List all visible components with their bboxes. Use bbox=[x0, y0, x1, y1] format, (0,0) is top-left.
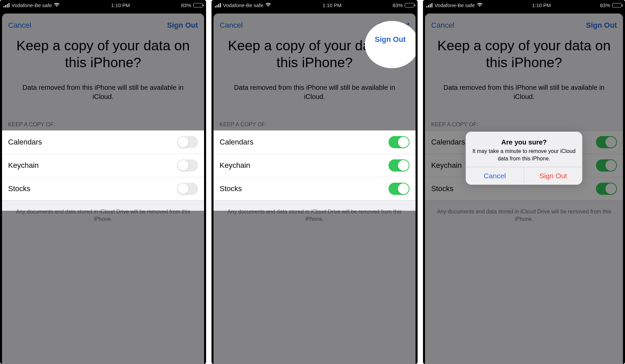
list-item-label: Calendars bbox=[8, 138, 42, 147]
list-item-label: Calendars bbox=[431, 138, 465, 147]
status-bar: Vodafone-Be safe 1:10 PM 83% bbox=[211, 0, 418, 10]
list-item-label: Stocks bbox=[8, 184, 30, 193]
screenshot-2: Vodafone-Be safe 1:10 PM 83% Cancel Sign… bbox=[211, 0, 418, 364]
footer-note: Any documents and data stored in iCloud … bbox=[425, 201, 623, 231]
dim-bottom bbox=[214, 211, 416, 364]
list-item-label: Calendars bbox=[220, 138, 253, 147]
modal-sheet: Cancel Sign Out Keep a copy of your data… bbox=[2, 14, 204, 364]
nav-bar: Cancel Sign Out bbox=[425, 14, 623, 32]
list-item-keychain: Keychain bbox=[214, 154, 416, 177]
alert-message: It may take a minute to remove your iClo… bbox=[472, 148, 576, 162]
toggle-calendars[interactable] bbox=[177, 136, 198, 148]
toggle-stocks[interactable] bbox=[177, 183, 198, 195]
toggle-stocks[interactable] bbox=[389, 183, 409, 195]
cancel-button[interactable]: Cancel bbox=[220, 21, 243, 30]
carrier-label: Vodafone-Be safe bbox=[11, 2, 52, 8]
battery-percent: 83% bbox=[600, 2, 610, 8]
status-bar: Vodafone-Be safe 1:10 PM 83% bbox=[423, 0, 625, 10]
toggle-keychain[interactable] bbox=[389, 159, 409, 172]
battery-percent: 83% bbox=[181, 2, 191, 8]
clock: 1:10 PM bbox=[323, 2, 342, 8]
sign-out-highlight: Sign Out bbox=[365, 21, 416, 68]
modal-sheet: Cancel Sign Out Keep a copy of your data… bbox=[214, 14, 416, 364]
list-item-calendars: Calendars bbox=[214, 131, 416, 154]
cancel-button[interactable]: Cancel bbox=[431, 21, 454, 30]
alert-sign-out-button[interactable]: Sign Out bbox=[524, 167, 582, 185]
keep-copy-list: Calendars Keychain Stocks bbox=[214, 130, 416, 201]
section-header: KEEP A COPY OF: bbox=[214, 118, 416, 130]
wifi-icon bbox=[265, 2, 271, 8]
page-subtitle: Data removed from this iPhone will still… bbox=[2, 80, 204, 118]
modal-sheet: Cancel Sign Out Keep a copy of your data… bbox=[425, 14, 623, 364]
confirmation-alert: Are you sure? It may take a minute to re… bbox=[466, 132, 582, 185]
list-item-stocks: Stocks bbox=[214, 177, 416, 200]
toggle-keychain[interactable] bbox=[177, 159, 198, 172]
page-title: Keep a copy of your data on this iPhone? bbox=[425, 32, 623, 80]
wifi-icon bbox=[54, 2, 60, 8]
cellular-signal-icon bbox=[426, 3, 432, 7]
carrier-label: Vodafone-Be safe bbox=[434, 2, 475, 8]
list-item-stocks: Stocks bbox=[2, 177, 204, 200]
battery-icon bbox=[612, 3, 622, 7]
wifi-icon bbox=[477, 2, 483, 8]
list-item-label: Keychain bbox=[431, 161, 462, 170]
section-header: KEEP A COPY OF: bbox=[425, 118, 623, 130]
battery-percent: 83% bbox=[393, 2, 403, 8]
list-item-calendars: Calendars bbox=[2, 131, 204, 154]
sign-out-button-highlighted[interactable]: Sign Out bbox=[375, 35, 406, 44]
keep-copy-list: Calendars Keychain Stocks bbox=[2, 130, 204, 201]
page-title: Keep a copy of your data on this iPhone? bbox=[2, 32, 204, 80]
clock: 1:10 PM bbox=[111, 2, 130, 8]
screenshot-1: Vodafone-Be safe 1:10 PM 83% Cancel Sign… bbox=[0, 0, 206, 364]
nav-bar: Cancel Sign Out bbox=[2, 14, 204, 32]
section-header: KEEP A COPY OF: bbox=[2, 118, 204, 130]
page-subtitle: Data removed from this iPhone will still… bbox=[214, 80, 416, 118]
list-item-label: Keychain bbox=[8, 161, 39, 170]
list-item-keychain: Keychain bbox=[2, 154, 204, 177]
list-item-label: Stocks bbox=[220, 184, 242, 193]
cellular-signal-icon bbox=[3, 3, 9, 7]
status-bar: Vodafone-Be safe 1:10 PM 83% bbox=[0, 0, 206, 10]
clock: 1:10 PM bbox=[532, 2, 551, 8]
battery-icon bbox=[193, 3, 203, 7]
alert-cancel-button[interactable]: Cancel bbox=[466, 167, 524, 185]
cellular-signal-icon bbox=[215, 3, 221, 7]
page-subtitle: Data removed from this iPhone will still… bbox=[425, 80, 623, 118]
toggle-stocks[interactable] bbox=[596, 183, 617, 195]
screenshot-3: Vodafone-Be safe 1:10 PM 83% Cancel Sign… bbox=[423, 0, 625, 364]
footer-note: Any documents and data stored in iCloud … bbox=[2, 201, 204, 231]
carrier-label: Vodafone-Be safe bbox=[223, 2, 263, 8]
list-item-label: Stocks bbox=[431, 184, 453, 193]
battery-icon bbox=[405, 3, 414, 7]
cancel-button[interactable]: Cancel bbox=[8, 21, 31, 30]
footer-note: Any documents and data stored in iCloud … bbox=[214, 201, 416, 231]
sign-out-button[interactable]: Sign Out bbox=[586, 21, 617, 30]
alert-title: Are you sure? bbox=[472, 138, 576, 146]
toggle-calendars[interactable] bbox=[389, 136, 409, 148]
dim-bottom bbox=[2, 211, 204, 364]
sign-out-button[interactable]: Sign Out bbox=[167, 21, 198, 30]
list-item-label: Keychain bbox=[220, 161, 250, 170]
toggle-keychain[interactable] bbox=[596, 159, 617, 172]
toggle-calendars[interactable] bbox=[596, 136, 617, 148]
